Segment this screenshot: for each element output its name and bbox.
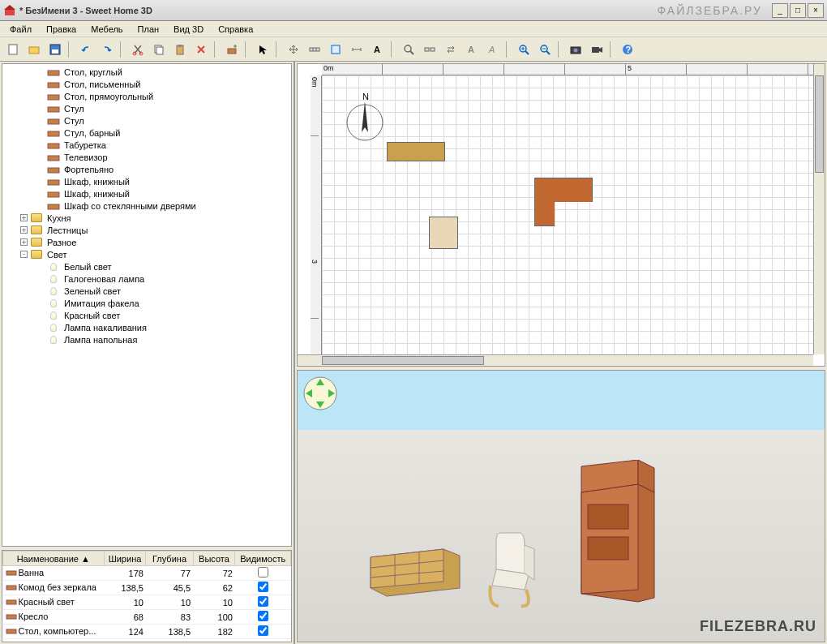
copy-button[interactable] (149, 40, 169, 59)
catalog-item[interactable]: Стул, барный (4, 127, 289, 139)
catalog-item[interactable]: Лампа накаливания (4, 321, 289, 333)
menu-мебель[interactable]: Мебель (84, 23, 129, 36)
expand-icon[interactable]: + (20, 226, 28, 234)
open-button[interactable] (24, 40, 44, 59)
plan-scrollbar-horizontal[interactable] (298, 354, 813, 366)
maximize-button[interactable]: □ (790, 3, 806, 18)
plan-object-dresser[interactable] (387, 142, 445, 161)
cell-visibility[interactable] (235, 566, 291, 581)
catalog-item[interactable]: Красный свет (4, 309, 289, 321)
save-button[interactable] (45, 40, 65, 59)
svg-text:N: N (362, 92, 369, 101)
video-button[interactable] (587, 40, 606, 59)
nav-3d-control[interactable] (302, 376, 338, 411)
text-italic-button[interactable]: A (483, 40, 503, 59)
catalog-item[interactable]: Белый свет (4, 260, 289, 273)
furniture-catalog[interactable]: Стол, круглыйСтол, письменныйСтол, прямо… (2, 63, 292, 547)
wall-tool[interactable] (305, 40, 324, 59)
catalog-item[interactable]: Стол, круглый (4, 66, 289, 78)
text-tool[interactable]: A (368, 40, 388, 59)
catalog-item[interactable]: Фортепьяно (4, 163, 289, 175)
catalog-item[interactable]: Стол, письменный (4, 78, 289, 90)
catalog-item[interactable]: +Лестницы (4, 224, 289, 236)
add-furniture-button[interactable] (222, 40, 242, 59)
undo-button[interactable] (76, 40, 96, 59)
catalog-item[interactable]: Табуретка (4, 139, 289, 151)
expand-icon[interactable]: + (20, 214, 28, 221)
table-row[interactable]: Красный свет 10 10 10 (3, 595, 291, 610)
menu-вид 3d[interactable]: Вид 3D (167, 23, 210, 36)
plan-scrollbar-vertical[interactable] (813, 64, 825, 354)
plan-view[interactable]: 0m5 0m3 N (297, 63, 825, 367)
photo-button[interactable] (566, 40, 585, 59)
catalog-item[interactable]: Галогеновая лампа (4, 273, 289, 285)
catalog-item[interactable]: Стул (4, 102, 289, 114)
compass-icon[interactable]: N (342, 92, 391, 144)
table-header[interactable]: Наименование ▲ (3, 552, 105, 566)
visibility-checkbox[interactable] (258, 625, 268, 636)
pan-tool[interactable] (284, 40, 303, 59)
catalog-item[interactable]: Шкаф, книжный (4, 175, 289, 187)
catalog-item[interactable]: Шкаф со стеклянными дверями (4, 200, 289, 212)
table-row[interactable]: Кресло 68 83 100 (3, 610, 291, 625)
menu-файл[interactable]: Файл (3, 23, 38, 36)
catalog-item[interactable]: Зеленый свет (4, 285, 289, 297)
table-header[interactable]: Высота (193, 552, 235, 566)
table-row[interactable]: Комод без зеркала 138,5 45,5 62 (3, 581, 291, 595)
help-button[interactable]: ? (618, 40, 637, 59)
catalog-label: Телевизор (62, 152, 108, 162)
catalog-label: Лестницы (45, 225, 88, 235)
zoom-in-button[interactable] (514, 40, 533, 59)
table-row[interactable]: Ванна 178 77 72 (3, 566, 291, 581)
visibility-checkbox[interactable] (258, 582, 268, 592)
new-button[interactable] (3, 40, 23, 59)
view-3d[interactable]: FILEZEBRA.RU (297, 370, 825, 642)
text-bold-button[interactable]: A (462, 40, 482, 59)
cell-visibility[interactable] (235, 610, 291, 625)
dimension-tool[interactable] (347, 40, 366, 59)
catalog-item[interactable]: Стол, прямоугольный (4, 90, 289, 102)
paste-button[interactable] (170, 40, 190, 59)
cell-visibility[interactable] (235, 581, 291, 595)
visibility-checkbox[interactable] (258, 596, 268, 607)
expand-icon[interactable]: - (20, 251, 28, 258)
visibility-checkbox[interactable] (258, 611, 268, 621)
table-header[interactable]: Глубина (146, 552, 193, 566)
reverse-wall-button[interactable] (441, 40, 461, 59)
menu-справка[interactable]: Справка (212, 23, 259, 36)
expand-icon[interactable]: + (20, 238, 28, 246)
select-tool[interactable] (253, 40, 272, 59)
furniture-icon (46, 127, 61, 139)
menu-правка[interactable]: Правка (40, 23, 83, 36)
menu-план[interactable]: План (131, 23, 166, 36)
catalog-item[interactable]: Имитация факела (4, 297, 289, 309)
close-button[interactable]: × (808, 3, 824, 18)
delete-button[interactable] (191, 40, 211, 59)
plan-object-chair[interactable] (429, 217, 458, 249)
svg-rect-41 (48, 168, 59, 173)
cell-name: Кресло (3, 610, 105, 625)
catalog-item[interactable]: Шкаф, книжный (4, 187, 289, 200)
table-header[interactable]: Видимость (235, 552, 291, 566)
catalog-item[interactable]: +Разное (4, 236, 289, 248)
cut-button[interactable] (128, 40, 148, 59)
catalog-item[interactable]: Стул (4, 114, 289, 127)
redo-button[interactable] (97, 40, 117, 59)
furniture-table[interactable]: Наименование ▲ШиринаГлубинаВысотаВидимос… (2, 550, 292, 642)
svg-text:A: A (374, 45, 380, 54)
table-row[interactable]: Стол, компьютер... 124 138,5 182 (3, 625, 291, 639)
cell-visibility[interactable] (235, 625, 291, 639)
table-header[interactable]: Ширина (104, 552, 146, 566)
catalog-item[interactable]: -Свет (4, 248, 289, 260)
visibility-checkbox[interactable] (258, 567, 268, 577)
zoom-out-button[interactable] (535, 40, 555, 59)
cell-visibility[interactable] (235, 595, 291, 610)
split-wall-button[interactable] (420, 40, 439, 59)
catalog-item[interactable]: Лампа напольная (4, 333, 289, 346)
catalog-item[interactable]: +Кухня (4, 212, 289, 224)
room-tool[interactable] (326, 40, 345, 59)
plan-grid[interactable] (322, 75, 813, 366)
search-button[interactable] (399, 40, 418, 59)
minimize-button[interactable]: _ (772, 3, 788, 18)
catalog-item[interactable]: Телевизор (4, 151, 289, 163)
